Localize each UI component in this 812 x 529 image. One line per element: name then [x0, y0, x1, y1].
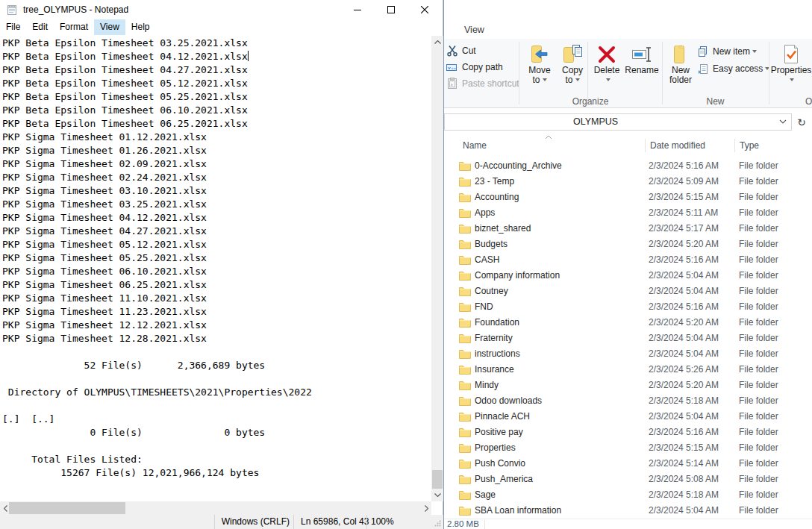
folder-row[interactable]: Pinnacle ACH2/3/2024 5:04 AMFile folder [444, 409, 812, 425]
folder-row[interactable]: Positive pay2/3/2024 5:16 AMFile folder [444, 425, 812, 440]
text-line: 52 File(s) 2,366,689 bytes [2, 359, 431, 372]
folder-date-modified: 2/3/2024 5:20 AM [649, 317, 719, 328]
folder-row[interactable]: Sage2/3/2024 5:18 AMFile folder [444, 487, 812, 503]
vertical-scrollbar[interactable] [431, 36, 443, 501]
cut-button[interactable]: Cut [446, 43, 476, 58]
folder-row[interactable]: Coutney2/3/2024 5:04 AMFile folder [444, 284, 812, 299]
folder-date-modified: 2/3/2024 5:18 AM [649, 395, 719, 406]
folder-date-modified: 2/3/2024 5:04 AM [649, 348, 719, 359]
column-header-type[interactable]: Type [740, 140, 759, 151]
text-line: PKP Beta Epsilon Timesheet 04.27.2021.xl… [2, 63, 431, 77]
move-to-button[interactable]: Move to [522, 42, 557, 100]
folder-row[interactable]: Foundation2/3/2024 5:20 AMFile folder [444, 315, 812, 331]
scroll-up-arrow-icon[interactable] [431, 36, 443, 48]
menu-format[interactable]: Format [54, 19, 94, 35]
folder-row[interactable]: 0-Accounting_Archive2/3/2024 5:16 AMFile… [444, 158, 812, 174]
folder-icon [459, 489, 471, 500]
text-line: PKP Sigma Timesheet 12.12.2021.xlsx [2, 319, 431, 332]
folder-row[interactable]: biznet_shared2/3/2024 5:17 AMFile folder [444, 221, 812, 237]
folder-icon [459, 458, 471, 469]
folder-icon [459, 192, 471, 202]
new-item-label: New item [713, 46, 757, 57]
menu-help[interactable]: Help [125, 19, 156, 35]
menu-view[interactable]: View [94, 19, 125, 35]
folder-row[interactable]: Company information2/3/2024 5:04 AMFile … [444, 268, 812, 284]
minimize-button[interactable] [340, 0, 374, 19]
delete-button[interactable]: Delete [591, 42, 622, 100]
statusbar-divider [293, 515, 294, 529]
horizontal-scrollbar[interactable] [0, 501, 431, 515]
text-caret [248, 51, 249, 61]
folder-type: File folder [739, 442, 778, 453]
properties-button[interactable]: Properties [769, 42, 812, 100]
column-header-row: Name Date modified Type [444, 137, 812, 154]
refresh-button[interactable]: ↻ [794, 113, 809, 131]
chevron-down-icon[interactable] [779, 119, 787, 124]
folder-type: File folder [739, 505, 778, 516]
folder-row[interactable]: CASH2/3/2024 5:16 AMFile folder [444, 252, 812, 268]
text-line: PKP Sigma Timesheet 11.10.2021.xlsx [2, 292, 431, 305]
folder-name: 0-Accounting_Archive [475, 160, 562, 171]
menu-file[interactable]: File [0, 19, 26, 35]
folder-row[interactable]: Accounting2/3/2024 5:15 AMFile folder [444, 190, 812, 205]
folder-row[interactable]: Push_America2/3/2024 5:08 AMFile folder [444, 472, 812, 487]
folder-row[interactable]: Apps2/3/2024 5:11 AMFile folder [444, 205, 812, 221]
text-line: PKP Sigma Timesheet 06.10.2021.xlsx [2, 265, 431, 278]
rename-button[interactable]: Rename [623, 42, 660, 100]
resize-grip[interactable] [434, 520, 441, 527]
folder-name: biznet_shared [475, 223, 531, 234]
scroll-right-arrow-icon[interactable] [421, 501, 431, 515]
paste-shortcut-button[interactable]: Paste shortcut [446, 76, 519, 91]
scroll-down-arrow-icon[interactable] [431, 489, 443, 501]
rename-label: Rename [625, 66, 658, 75]
horizontal-scroll-thumb[interactable] [9, 502, 125, 514]
folder-row[interactable]: Push Convio2/3/2024 5:14 AMFile folder [444, 456, 812, 472]
maximize-button[interactable] [374, 0, 407, 19]
menu-edit[interactable]: Edit [26, 19, 54, 35]
folder-date-modified: 2/3/2024 5:16 AM [649, 160, 719, 171]
folder-date-modified: 2/3/2024 5:16 AM [649, 254, 719, 265]
folder-row[interactable]: SBA Loan information2/3/2024 5:04 AMFile… [444, 503, 812, 519]
copy-to-icon [561, 43, 584, 66]
scissors-icon [446, 45, 458, 57]
folder-row[interactable]: Properties2/3/2024 5:15 AMFile folder [444, 440, 812, 456]
folder-row[interactable]: FND2/3/2024 5:16 AMFile folder [444, 299, 812, 315]
folder-row[interactable]: Odoo downloads2/3/2024 5:18 AMFile folde… [444, 393, 812, 409]
statusbar-divider [366, 515, 367, 529]
folder-type: File folder [739, 489, 778, 500]
column-header-date-modified[interactable]: Date modified [650, 140, 705, 151]
ribbon-group-separator [519, 42, 519, 104]
folder-row[interactable]: Budgets2/3/2024 5:20 AMFile folder [444, 237, 812, 252]
vertical-scroll-thumb[interactable] [432, 470, 443, 489]
address-bar[interactable]: OLYMPUS [444, 113, 792, 131]
notepad-text-area[interactable]: PKP Beta Epsilon Timesheet 03.25.2021.xl… [0, 36, 431, 501]
copy-to-button[interactable]: Copy to [555, 42, 590, 100]
text-line: PKP Sigma Timesheet 02.24.2021.xlsx [2, 171, 431, 184]
folder-icon [459, 286, 471, 296]
paste-shortcut-icon [446, 78, 458, 90]
folder-row[interactable]: instructions2/3/2024 5:04 AMFile folder [444, 346, 812, 362]
column-header-name[interactable]: Name [463, 140, 487, 151]
new-folder-button[interactable]: New folder [663, 42, 698, 100]
folder-date-modified: 2/3/2024 5:08 AM [649, 474, 719, 484]
folder-row[interactable]: 23 - Temp2/3/2024 5:09 AMFile folder [444, 174, 812, 190]
folder-date-modified: 2/3/2024 5:26 AM [649, 364, 719, 375]
new-item-button[interactable]: New item [698, 45, 757, 58]
folder-row[interactable]: Insurance2/3/2024 5:26 AMFile folder [444, 362, 812, 378]
folder-icon [459, 380, 471, 390]
tab-view[interactable]: View [464, 25, 484, 35]
folder-name: Accounting [475, 192, 519, 202]
close-button[interactable] [407, 0, 441, 19]
folder-type: File folder [739, 364, 778, 375]
copy-path-button[interactable]: Copy path [446, 60, 503, 75]
folder-row[interactable]: Fraternity2/3/2024 5:04 AMFile folder [444, 331, 812, 346]
folder-name: Positive pay [475, 427, 523, 437]
text-line: PKP Beta Epsilon Timesheet 05.12.2021.xl… [2, 77, 431, 90]
column-divider[interactable] [645, 139, 646, 152]
text-line [2, 439, 431, 453]
folder-type: File folder [739, 254, 778, 265]
folder-name: Fraternity [475, 333, 513, 343]
column-divider[interactable] [734, 139, 735, 152]
easy-access-button[interactable]: Easy access [698, 62, 769, 75]
folder-row[interactable]: Mindy2/3/2024 5:20 AMFile folder [444, 378, 812, 393]
